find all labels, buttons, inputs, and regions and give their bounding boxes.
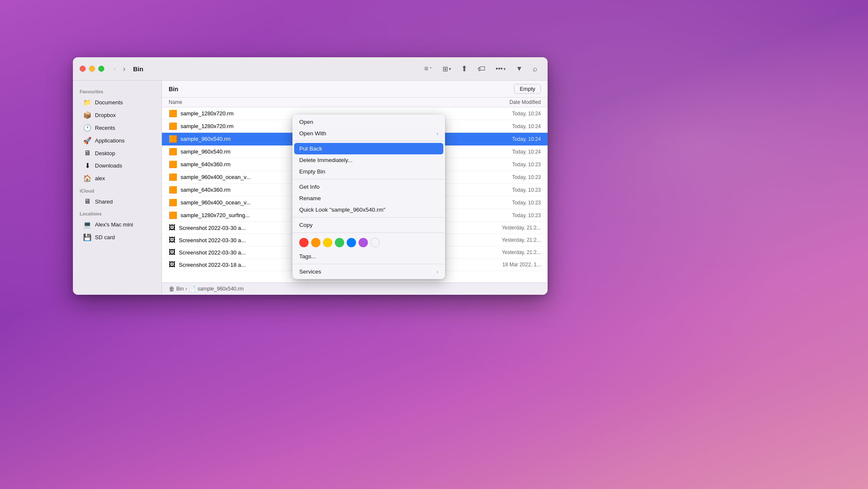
ctx-divider-2 — [292, 179, 445, 179]
back-button[interactable]: ‹ — [111, 64, 119, 74]
tag-green[interactable] — [335, 238, 344, 247]
ctx-services-label: Services — [299, 268, 321, 275]
ctx-open-label: Open — [299, 119, 313, 125]
toolbar: ‹ › Bin ≡ ⌃ ⊞ ▾ ⬆︎ 🏷 ••• ▾ ▼ ⌕ — [73, 57, 548, 81]
sidebar-item-sd-card[interactable]: 💾 SD card — [76, 231, 158, 243]
path-bin-icon: 🗑 — [169, 285, 175, 292]
file-date: Today, 10:24 — [477, 149, 541, 155]
sidebar-item-desktop[interactable]: 🖥 Desktop — [76, 147, 158, 159]
ctx-tags[interactable]: Tags... — [292, 251, 445, 262]
ctx-delete-label: Delete Immediately... — [299, 157, 353, 163]
desktop-icon: 🖥 — [83, 149, 92, 157]
ctx-rename[interactable]: Rename — [292, 193, 445, 204]
tag-none[interactable] — [370, 238, 380, 247]
ctx-services[interactable]: Services › — [292, 266, 445, 277]
tag-icon: 🏷 — [478, 64, 485, 73]
file-icon: 🟧 — [169, 198, 177, 207]
close-button[interactable] — [80, 66, 86, 72]
grid-view-chevron: ▾ — [449, 67, 451, 71]
search-icon: ⌕ — [533, 64, 537, 73]
list-view-chevron: ⌃ — [429, 67, 432, 71]
maximize-button[interactable] — [98, 66, 104, 72]
file-icon: 🖼 — [169, 261, 175, 268]
tag-red[interactable] — [299, 238, 309, 247]
file-date: 18 Mar 2022, 1... — [477, 262, 541, 268]
ctx-open[interactable]: Open — [292, 116, 445, 128]
more-chevron: ▾ — [504, 67, 506, 71]
file-date: Today, 10:24 — [477, 123, 541, 129]
applications-icon: 🚀 — [83, 137, 92, 145]
ctx-divider-5 — [292, 264, 445, 264]
sidebar-item-alex[interactable]: 🏠 alex — [76, 172, 158, 184]
recents-icon: 🕐 — [83, 124, 92, 132]
search-button[interactable]: ⌕ — [529, 63, 541, 75]
window-title: Bin — [133, 65, 143, 73]
sidebar-label-downloads: Downloads — [95, 162, 122, 169]
sidebar-item-dropbox[interactable]: 📦 Dropbox — [76, 109, 158, 121]
empty-button[interactable]: Empty — [514, 84, 541, 94]
file-icon: 🟧 — [169, 135, 177, 143]
ctx-copy-label: Copy — [299, 222, 313, 228]
file-date: Yesterday, 21:2... — [477, 225, 541, 231]
grid-view-icon: ⊞ — [442, 65, 448, 73]
ctx-empty-bin[interactable]: Empty Bin — [292, 166, 445, 177]
ctx-open-with[interactable]: Open With › — [292, 128, 445, 139]
sidebar-label-dropbox: Dropbox — [95, 112, 116, 118]
file-date: Yesterday, 21:2... — [477, 237, 541, 243]
file-icon: 🖼 — [169, 249, 175, 256]
tag-blue[interactable] — [347, 238, 356, 247]
ctx-put-back-label: Put Back — [299, 145, 322, 152]
share-icon: ⬆︎ — [461, 64, 467, 73]
sidebar-item-documents[interactable]: 📁 Documents — [76, 96, 158, 109]
file-date: Today, 10:23 — [477, 200, 541, 206]
nav-buttons: ‹ › — [111, 64, 128, 74]
file-date: Today, 10:23 — [477, 174, 541, 180]
tag-orange[interactable] — [311, 238, 320, 247]
more-button[interactable]: ••• ▾ — [492, 63, 509, 74]
path-bar: 🗑 Bin › 📄 sample_960x540.rm — [162, 282, 548, 295]
locations-header: Locations — [73, 208, 161, 218]
context-menu: Open Open With › Put Back Delete Immedia… — [292, 115, 445, 279]
forward-button[interactable]: › — [120, 64, 128, 74]
ctx-open-with-arrow: › — [437, 131, 438, 137]
file-date: Today, 10:24 — [477, 111, 541, 117]
documents-icon: 📁 — [83, 98, 92, 106]
traffic-lights — [80, 66, 104, 72]
minimize-button[interactable] — [89, 66, 95, 72]
tag-purple[interactable] — [359, 238, 368, 247]
view-options-button[interactable]: ▼ — [512, 63, 526, 74]
list-view-button[interactable]: ≡ ⌃ — [421, 63, 436, 74]
sidebar-item-shared[interactable]: 🖥 Shared — [76, 196, 158, 207]
file-icon: 🖼 — [169, 224, 175, 232]
sidebar-item-applications[interactable]: 🚀 Applications — [76, 134, 158, 147]
sidebar-label-applications: Applications — [95, 137, 125, 144]
share-button[interactable]: ⬆︎ — [458, 62, 471, 75]
ctx-tags-label: Tags... — [299, 253, 316, 260]
ctx-services-arrow: › — [437, 269, 438, 275]
file-icon: 🟧 — [169, 186, 177, 194]
home-icon: 🏠 — [83, 174, 92, 182]
sidebar-label-sd-card: SD card — [95, 234, 115, 240]
ctx-copy[interactable]: Copy — [292, 219, 445, 231]
tag-yellow[interactable] — [323, 238, 332, 247]
ctx-rename-label: Rename — [299, 195, 321, 201]
shared-icon: 🖥 — [83, 198, 92, 205]
view-options-icon: ▼ — [516, 65, 523, 73]
sidebar-item-recents[interactable]: 🕐 Recents — [76, 122, 158, 134]
sidebar-item-mac-mini[interactable]: 💻 Alex's Mac mini — [76, 218, 158, 231]
path-file-label[interactable]: sample_960x540.rm — [198, 286, 244, 292]
dropbox-icon: 📦 — [83, 111, 92, 119]
icloud-header: iCloud — [73, 185, 161, 195]
grid-view-button[interactable]: ⊞ ▾ — [439, 63, 454, 75]
ctx-quick-look[interactable]: Quick Look "sample_960x540.rm" — [292, 204, 445, 215]
ctx-delete-immediately[interactable]: Delete Immediately... — [292, 154, 445, 166]
path-bin-label[interactable]: Bin — [176, 286, 184, 292]
tag-button[interactable]: 🏷 — [474, 63, 489, 75]
list-view-icon: ≡ — [424, 65, 428, 73]
file-list-header: Name Date Modified — [162, 98, 548, 107]
sidebar-item-downloads[interactable]: ⬇ Downloads — [76, 159, 158, 172]
ctx-get-info[interactable]: Get Info — [292, 181, 445, 193]
content-title: Bin — [169, 86, 178, 92]
ctx-put-back[interactable]: Put Back — [294, 143, 443, 154]
ctx-get-info-label: Get Info — [299, 184, 320, 190]
